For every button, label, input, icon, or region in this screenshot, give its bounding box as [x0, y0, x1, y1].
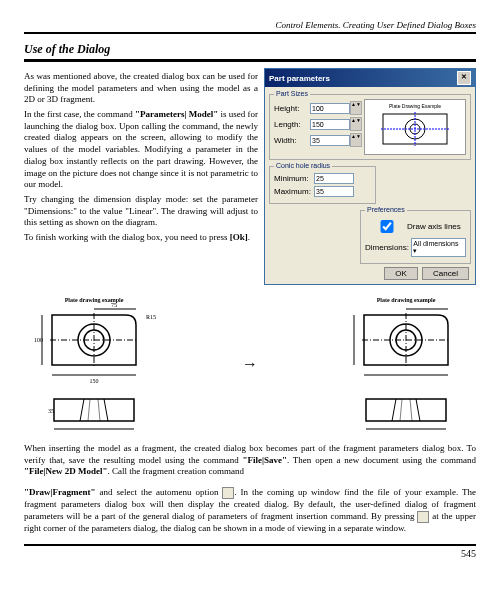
svg-line-21	[88, 399, 90, 421]
diagram-row: Plate drawing example 150 100 75 R15 35 …	[24, 295, 476, 433]
svg-text:Plate drawing example: Plate drawing example	[377, 297, 436, 303]
arrow-icon: →	[242, 355, 258, 373]
height-label: Height:	[274, 104, 310, 113]
dim-select[interactable]: All dimensions ▾	[411, 238, 466, 257]
para-4: To finish working with the dialog box, y…	[24, 232, 258, 244]
preview-pane: Plate Drawing Example	[364, 99, 466, 155]
axis-checkbox[interactable]	[369, 220, 405, 233]
svg-line-37	[410, 399, 412, 421]
width-label: Width:	[274, 136, 310, 145]
page-number: 545	[24, 544, 476, 559]
dialog-titlebar: Part parameters ✕	[265, 69, 475, 87]
length-label: Length:	[274, 120, 310, 129]
spinner-icon[interactable]: ▲▼	[350, 133, 362, 147]
fieldset-conic-legend: Conic hole radius	[274, 162, 332, 169]
svg-text:100: 100	[34, 337, 43, 343]
drawing-bottom-left: 35	[34, 393, 154, 433]
width-input[interactable]	[310, 135, 350, 146]
para-1: As was mentioned above, the created dial…	[24, 71, 258, 106]
svg-text:150: 150	[90, 378, 99, 384]
svg-text:Plate Drawing Example: Plate Drawing Example	[389, 103, 441, 109]
para-6: "Draw|Fragment" and select the automenu …	[24, 487, 476, 534]
page-header: Control Elements. Creating User Defined …	[24, 20, 476, 34]
min-input[interactable]	[314, 173, 354, 184]
spinner-icon[interactable]: ▲▼	[350, 101, 362, 115]
drawing-top-left: Plate drawing example 150 100 75 R15	[24, 295, 164, 385]
svg-line-34	[392, 399, 396, 421]
svg-line-35	[416, 399, 420, 421]
part-parameters-dialog: Part parameters ✕ Part Sizes Height:▲▼ L…	[264, 68, 476, 285]
drawing-bottom-right	[346, 393, 466, 433]
svg-line-36	[400, 399, 402, 421]
drawing-top-right: Plate drawing example	[336, 295, 476, 385]
svg-line-19	[80, 399, 84, 421]
dialog-title: Part parameters	[269, 74, 330, 83]
fieldset-prefs-legend: Preferences	[365, 206, 407, 213]
min-label: Minimum:	[274, 174, 314, 183]
expand-icon	[417, 511, 429, 523]
svg-rect-18	[54, 399, 134, 421]
automenu-icon	[222, 487, 234, 499]
spinner-icon[interactable]: ▲▼	[350, 117, 362, 131]
svg-text:35: 35	[48, 408, 54, 414]
para-3: Try changing the dimension display mode:…	[24, 194, 258, 229]
height-input[interactable]	[310, 103, 350, 114]
section-title: Use of the Dialog	[24, 42, 476, 62]
cancel-button[interactable]: Cancel	[422, 267, 469, 280]
para-5: When inserting the model as a fragment, …	[24, 443, 476, 478]
dim-label: Dimensions:	[365, 243, 409, 252]
close-icon[interactable]: ✕	[457, 71, 471, 85]
ok-button[interactable]: OK	[384, 267, 418, 280]
max-label: Maximum:	[274, 187, 314, 196]
fieldset-sizes-legend: Part Sizes	[274, 90, 310, 97]
para-2: In the first case, the command "Paramete…	[24, 109, 258, 191]
axis-label: Draw axis lines	[407, 222, 461, 231]
max-input[interactable]	[314, 186, 354, 197]
svg-rect-33	[366, 399, 446, 421]
svg-text:75: 75	[111, 302, 117, 308]
svg-line-20	[104, 399, 108, 421]
length-input[interactable]	[310, 119, 350, 130]
svg-line-22	[98, 399, 100, 421]
svg-text:R15: R15	[146, 314, 156, 320]
